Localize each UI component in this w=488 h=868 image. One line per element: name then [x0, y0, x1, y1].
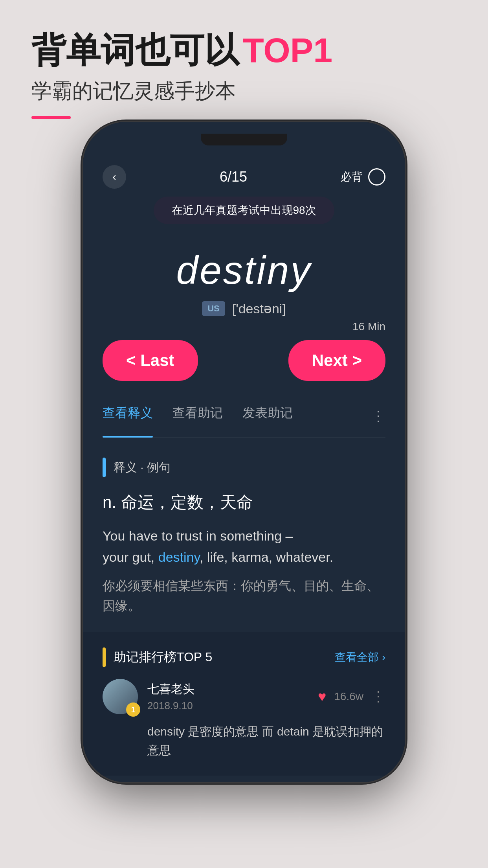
progress-text: 6/15: [220, 169, 247, 185]
entry-right: ♥ 16.6w ⋮: [318, 688, 385, 705]
phone-wrapper: ‹ 6/15 必背 在近几年真题考试中出现98次 destiny US ['de…: [83, 122, 405, 837]
screen-content: ‹ 6/15 必背 在近几年真题考试中出现98次 destiny US ['de…: [83, 153, 405, 782]
yellow-bar: [103, 647, 106, 667]
word-phonetic-row: US ['destəni]: [103, 301, 385, 316]
timer-label: 16 Min: [352, 320, 385, 333]
us-badge: US: [202, 301, 225, 316]
must-memorize-label: 必背: [341, 169, 363, 184]
section-label: 释义 · 例句: [103, 458, 385, 477]
main-title: 背单词也可以 TOP1: [31, 31, 332, 70]
main-title-highlight: TOP1: [243, 31, 332, 70]
user-name: 七喜老头: [147, 681, 308, 697]
tab-mnemonic-post[interactable]: 发表助记: [242, 405, 293, 428]
avatar-wrapper: 1: [103, 679, 138, 714]
user-entry: 1 七喜老头 2018.9.10 ♥ 16.6w ⋮: [103, 679, 385, 714]
tab-definition[interactable]: 查看释义: [103, 405, 153, 428]
must-memorize-row: 必背: [341, 168, 385, 186]
tab-mnemonic-view[interactable]: 查看助记: [172, 405, 223, 428]
phone-notch: [201, 134, 287, 145]
rank-badge: 1: [126, 702, 140, 717]
phone-shell: ‹ 6/15 必背 在近几年真题考试中出现98次 destiny US ['de…: [83, 122, 405, 782]
last-button[interactable]: < Last: [103, 340, 198, 381]
title-underline: [31, 116, 71, 119]
view-all-button[interactable]: 查看全部 ›: [335, 650, 385, 665]
ranking-header: 助记排行榜TOP 5 查看全部 ›: [103, 647, 385, 667]
definition-text: n. 命运，定数，天命: [103, 491, 385, 513]
header-row: ‹ 6/15 必背: [103, 165, 385, 189]
word-highlight: destiny: [158, 550, 200, 565]
user-info: 七喜老头 2018.9.10: [147, 681, 308, 712]
heart-icon[interactable]: ♥: [318, 688, 326, 705]
example-cn: 你必须要相信某些东西：你的勇气、目的、生命、因缘。: [103, 576, 385, 616]
more-options-icon[interactable]: ⋮: [371, 688, 385, 705]
ranking-title: 助记排行榜TOP 5: [114, 649, 212, 666]
main-title-text: 背单词也可以: [31, 31, 239, 70]
sub-title: 学霸的记忆灵感手抄本: [31, 77, 332, 105]
ranking-section: 助记排行榜TOP 5 查看全部 › 1: [83, 632, 405, 776]
section-label-text: 释义 · 例句: [114, 460, 171, 476]
example-en: You have to trust in something – your gu…: [103, 525, 385, 568]
mnemonic-text: density 是密度的意思 而 detain 是耽误扣押的意思: [147, 722, 385, 760]
tab-more-icon[interactable]: ⋮: [371, 408, 385, 425]
top-section: 背单词也可以 TOP1 学霸的记忆灵感手抄本: [31, 31, 332, 119]
tab-bar: 查看释义 查看助记 发表助记 ⋮: [103, 405, 385, 438]
phonetic-text: ['destəni]: [232, 301, 286, 316]
word-english: destiny: [103, 248, 385, 293]
like-count: 16.6w: [334, 690, 363, 703]
word-section: destiny US ['destəni]: [103, 248, 385, 316]
user-date: 2018.9.10: [147, 700, 308, 712]
next-button[interactable]: Next >: [288, 340, 385, 381]
tooltip-bar: 在近几年真题考试中出现98次: [154, 197, 334, 224]
nav-buttons: 16 Min < Last Next >: [103, 340, 385, 381]
definition-section: 释义 · 例句 n. 命运，定数，天命 You have to trust in…: [103, 458, 385, 616]
circle-icon[interactable]: [368, 168, 385, 186]
phone-screen: ‹ 6/15 必背 在近几年真题考试中出现98次 destiny US ['de…: [83, 122, 405, 782]
chevron-right-icon: ›: [382, 651, 385, 664]
ranking-title-row: 助记排行榜TOP 5: [103, 647, 212, 667]
back-button[interactable]: ‹: [103, 165, 126, 189]
section-bar: [103, 458, 106, 477]
